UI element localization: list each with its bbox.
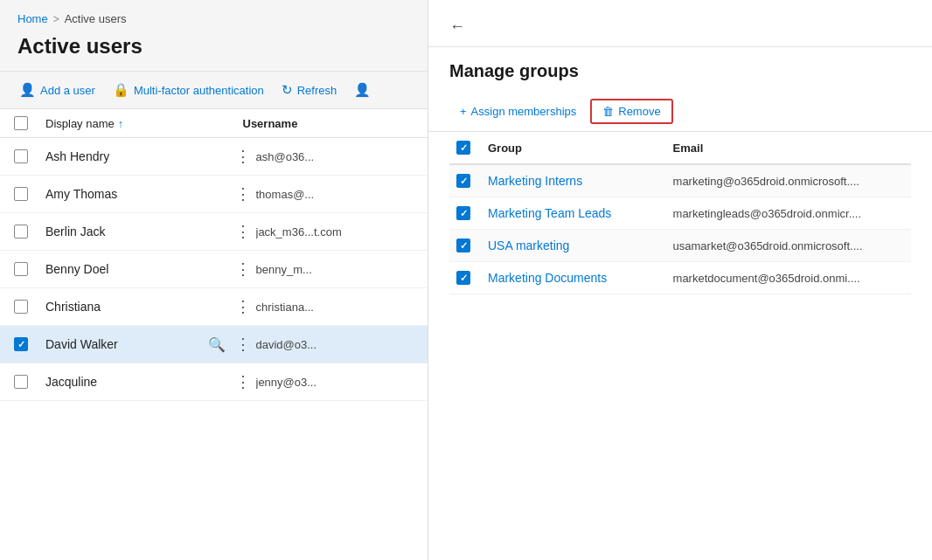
group-checkbox[interactable] xyxy=(456,206,470,220)
left-panel: Home > Active users Active users 👤 Add a… xyxy=(0,0,428,560)
row-username: jenny@o3... xyxy=(256,376,414,389)
row-checkbox[interactable] xyxy=(14,300,28,314)
breadcrumb-separator: > xyxy=(53,13,59,25)
page-title: Active users xyxy=(0,31,428,71)
group-email: marketingleads@o365droid.onmicr.... xyxy=(673,207,904,220)
groups-table: Group Email Marketing Interns marketing@… xyxy=(428,132,932,560)
table-row[interactable]: Christiana ⋮ christiana... xyxy=(0,288,428,326)
right-panel: ← Manage groups + Assign memberships 🗑 R… xyxy=(428,0,932,560)
sort-icon[interactable]: ↑ xyxy=(118,117,124,130)
table-row[interactable]: Jacquline ⋮ jenny@o3... xyxy=(0,363,428,401)
mfa-button[interactable]: 🔒 Multi-factor authentication xyxy=(104,77,273,103)
group-checkbox[interactable] xyxy=(456,174,470,188)
group-name: Marketing Interns xyxy=(488,174,673,188)
refresh-label: Refresh xyxy=(297,84,337,97)
group-email: usamarket@o365droid.onmicrosoft.... xyxy=(673,239,904,252)
breadcrumb: Home > Active users xyxy=(0,0,428,31)
group-row[interactable]: Marketing Team Leads marketingleads@o365… xyxy=(449,197,911,230)
row-checkbox[interactable] xyxy=(14,375,28,389)
remove-button[interactable]: 🗑 Remove xyxy=(590,99,672,124)
row-more-icon[interactable]: ⋮ xyxy=(230,147,256,166)
group-email: marketdocument@o365droid.onmi.... xyxy=(673,272,904,285)
col-group: Group xyxy=(488,142,673,155)
group-name: USA marketing xyxy=(488,239,673,252)
main-toolbar: 👤 Add a user 🔒 Multi-factor authenticati… xyxy=(0,71,428,109)
groups-header: Group Email xyxy=(449,132,911,165)
row-checkbox[interactable] xyxy=(14,262,28,276)
row-username: ash@o36... xyxy=(256,150,414,163)
table-row[interactable]: David Walker 🔍 ⋮ david@o3... xyxy=(0,326,428,363)
groups-rows: Marketing Interns marketing@o365droid.on… xyxy=(449,165,911,294)
refresh-icon: ↻ xyxy=(282,82,293,98)
row-checkbox[interactable] xyxy=(14,149,28,163)
group-row[interactable]: Marketing Interns marketing@o365droid.on… xyxy=(449,165,911,197)
table-row[interactable]: Benny Doel ⋮ benny_m... xyxy=(0,251,428,288)
row-display-name: Ash Hendry xyxy=(45,149,204,163)
panel-toolbar: + Assign memberships 🗑 Remove xyxy=(428,92,932,132)
col-email: Email xyxy=(673,142,904,155)
row-more-icon[interactable]: ⋮ xyxy=(230,184,256,204)
back-icon: ← xyxy=(449,17,465,36)
assign-memberships-label: Assign memberships xyxy=(471,105,577,118)
row-username: benny_m... xyxy=(256,263,414,276)
breadcrumb-home[interactable]: Home xyxy=(17,12,48,25)
col-display-name: Display name xyxy=(45,117,115,130)
group-row[interactable]: USA marketing usamarket@o365droid.onmicr… xyxy=(449,230,911,262)
breadcrumb-current: Active users xyxy=(65,12,127,25)
row-display-name: Berlin Jack xyxy=(45,225,204,239)
row-more-icon[interactable]: ⋮ xyxy=(230,259,256,279)
person-icon: 👤 xyxy=(354,82,371,98)
group-email: marketing@o365droid.onmicrosoft.... xyxy=(673,175,904,188)
plus-icon: + xyxy=(460,105,467,118)
groups-header-checkbox[interactable] xyxy=(456,141,470,155)
row-display-name: Amy Thomas xyxy=(45,187,204,201)
row-display-name: Christiana xyxy=(45,300,204,314)
remove-label: Remove xyxy=(618,105,660,118)
table-row[interactable]: Ash Hendry ⋮ ash@o36... xyxy=(0,138,428,176)
group-row[interactable]: Marketing Documents marketdocument@o365d… xyxy=(449,262,911,294)
table-row[interactable]: Amy Thomas ⋮ thomas@... xyxy=(0,176,428,213)
row-more-icon[interactable]: ⋮ xyxy=(230,297,256,316)
row-checkbox[interactable] xyxy=(14,225,28,239)
row-display-name: Jacquline xyxy=(45,375,204,389)
assign-memberships-button[interactable]: + Assign memberships xyxy=(449,100,587,123)
row-more-icon[interactable]: ⋮ xyxy=(230,372,256,391)
row-checkbox[interactable] xyxy=(14,337,28,351)
row-display-name: Benny Doel xyxy=(45,262,204,276)
group-checkbox[interactable] xyxy=(456,239,470,252)
header-checkbox[interactable] xyxy=(14,116,28,130)
mfa-label: Multi-factor authentication xyxy=(134,84,264,97)
row-checkbox[interactable] xyxy=(14,187,28,201)
search-icon[interactable]: 🔍 xyxy=(204,336,230,353)
lock-icon: 🔒 xyxy=(113,82,129,98)
row-username: david@o3... xyxy=(256,338,414,351)
panel-header: ← xyxy=(428,0,932,47)
row-username: jack_m36...t.com xyxy=(256,225,414,239)
refresh-button[interactable]: ↻ Refresh xyxy=(273,77,346,103)
row-username: thomas@... xyxy=(256,188,414,201)
trash-icon: 🗑 xyxy=(602,105,614,118)
group-name: Marketing Team Leads xyxy=(488,206,673,220)
add-icon: 👤 xyxy=(19,82,36,98)
users-rows: Ash Hendry ⋮ ash@o36... Amy Thomas ⋮ tho… xyxy=(0,138,428,401)
panel-title: Manage groups xyxy=(428,47,932,92)
col-username: Username xyxy=(243,117,414,130)
row-more-icon[interactable]: ⋮ xyxy=(230,335,256,354)
row-more-icon[interactable]: ⋮ xyxy=(230,222,256,241)
group-name: Marketing Documents xyxy=(488,271,673,285)
back-button[interactable]: ← xyxy=(449,14,472,39)
extra-actions-button[interactable]: 👤 xyxy=(345,77,379,103)
table-header: Display name ↑ Username xyxy=(0,109,428,138)
row-username: christiana... xyxy=(256,301,414,314)
users-table: Display name ↑ Username Ash Hendry ⋮ ash… xyxy=(0,109,428,560)
table-row[interactable]: Berlin Jack ⋮ jack_m36...t.com xyxy=(0,213,428,251)
add-user-button[interactable]: 👤 Add a user xyxy=(10,77,104,103)
add-user-label: Add a user xyxy=(40,84,95,97)
group-checkbox[interactable] xyxy=(456,271,470,285)
row-display-name: David Walker xyxy=(45,337,204,351)
